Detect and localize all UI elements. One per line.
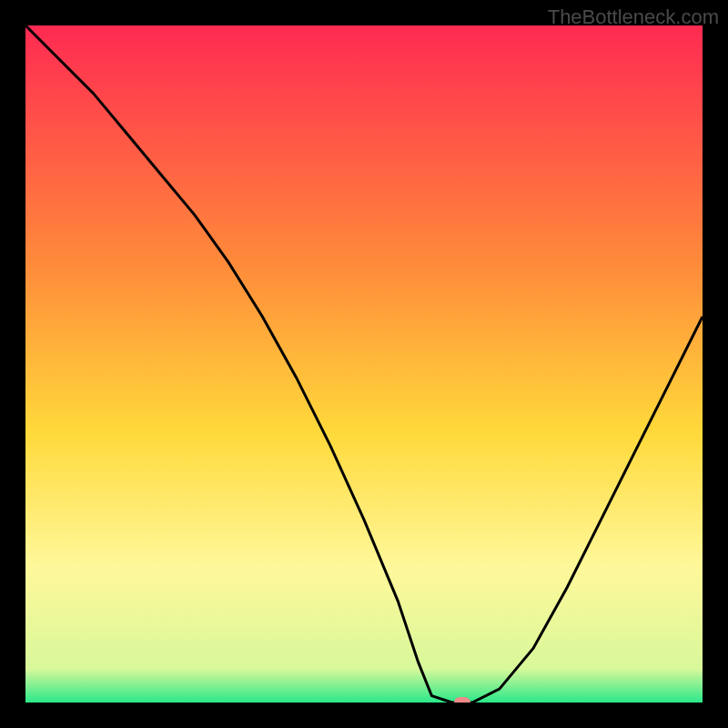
curve-line	[25, 25, 703, 703]
optimal-point-marker	[454, 697, 470, 703]
plot-area	[25, 25, 703, 703]
watermark-text: TheBottleneck.com	[548, 5, 719, 29]
bottleneck-chart: TheBottleneck.com	[0, 0, 728, 728]
